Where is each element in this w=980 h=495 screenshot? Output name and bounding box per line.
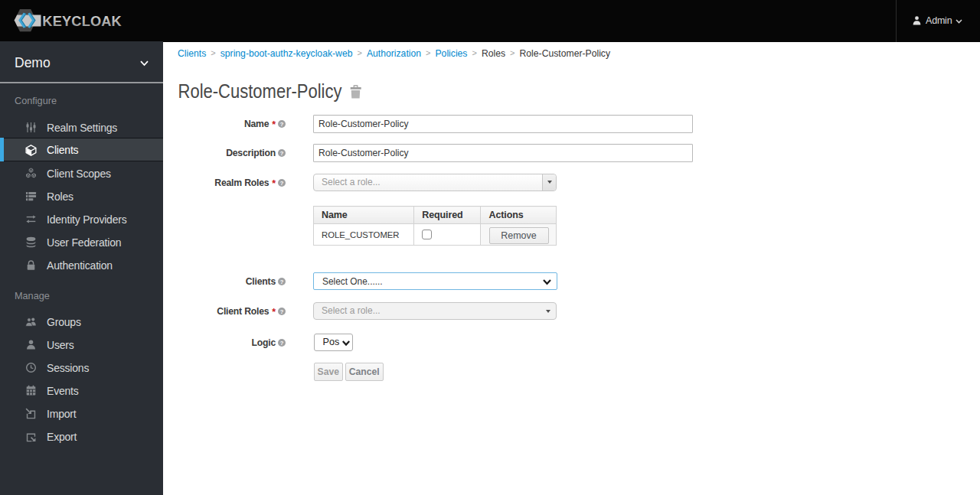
svg-text:KEYCLOAK: KEYCLOAK [42,14,122,29]
svg-text:?: ? [280,339,284,346]
svg-text:Role-Customer-Policy: Role-Customer-Policy [178,80,343,103]
svg-text:?: ? [280,150,284,157]
svg-text:?: ? [280,120,284,127]
svg-text:?: ? [280,278,284,285]
svg-text:?: ? [280,179,284,186]
svg-text:?: ? [280,308,284,314]
